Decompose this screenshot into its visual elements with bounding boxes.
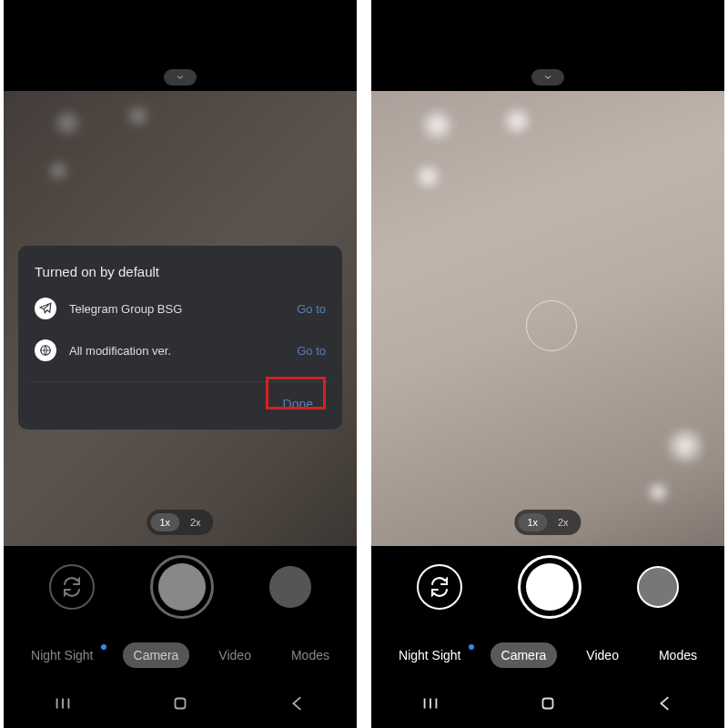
shutter-inner [526,563,573,611]
zoom-2x[interactable]: 2x [181,513,210,531]
mode-selector: Night Sight Camera Video Modes [4,628,357,682]
globe-icon [35,339,56,361]
mode-video[interactable]: Video [575,642,630,668]
dialog-title: Turned on by default [35,264,326,279]
zoom-control[interactable]: 1x 2x [147,510,213,535]
lens-flare [644,482,672,502]
phone-right: 1x 2x Night Sight Camera Video Modes [371,0,724,728]
mode-camera[interactable]: Camera [490,642,558,668]
dialog-row-mods[interactable]: All modification ver. Go to [35,339,326,361]
settings-dialog: Turned on by default Telegram Group BSG … [18,246,342,430]
mode-modes[interactable]: Modes [280,642,340,668]
svg-rect-2 [542,699,552,709]
shutter-button[interactable] [150,555,214,619]
svg-rect-1 [175,699,185,709]
gallery-thumbnail[interactable] [269,566,311,608]
viewfinder[interactable]: Turned on by default Telegram Group BSG … [4,91,357,546]
viewfinder[interactable]: 1x 2x [371,91,724,546]
dialog-row-label: All modification ver. [69,344,284,358]
divider [31,381,329,382]
goto-link[interactable]: Go to [297,344,326,358]
phone-left: Turned on by default Telegram Group BSG … [4,0,357,728]
lens-flare [417,109,458,141]
dialog-row-label: Telegram Group BSG [69,302,284,316]
switch-camera-button[interactable] [49,564,95,610]
expand-handle[interactable] [164,69,197,86]
lens-flare [122,105,154,127]
lens-flare [49,109,86,136]
camera-controls [4,546,357,628]
mode-camera[interactable]: Camera [123,642,190,668]
mode-night-sight[interactable]: Night Sight [388,642,471,668]
telegram-icon [35,298,56,319]
dialog-row-telegram[interactable]: Telegram Group BSG Go to [35,298,326,319]
home-button[interactable] [538,693,558,717]
lens-flare [662,428,708,464]
home-button[interactable] [170,693,190,717]
mode-modes[interactable]: Modes [648,642,708,668]
mode-video[interactable]: Video [207,642,262,668]
zoom-2x[interactable]: 2x [549,513,578,531]
expand-handle[interactable] [531,69,564,86]
goto-link[interactable]: Go to [297,302,326,316]
zoom-1x[interactable]: 1x [518,513,547,531]
focus-ring [526,300,577,351]
camera-controls [371,546,724,628]
notification-dot [469,644,474,650]
lens-flare [499,107,535,135]
notification-dot [101,644,106,650]
zoom-control[interactable]: 1x 2x [514,510,581,535]
lens-flare [45,159,72,182]
top-bar [371,0,724,91]
gallery-thumbnail[interactable] [637,566,679,608]
android-navbar [371,682,724,728]
done-button[interactable]: Done [270,391,326,417]
mode-night-sight[interactable]: Night Sight [20,642,104,668]
mode-selector: Night Sight Camera Video Modes [371,628,724,682]
recents-button[interactable] [53,693,73,717]
back-button[interactable] [288,693,308,717]
shutter-button[interactable] [518,555,581,619]
shutter-inner [158,563,206,611]
zoom-1x[interactable]: 1x [150,513,179,531]
back-button[interactable] [655,693,675,717]
android-navbar [4,682,357,728]
top-bar [4,0,357,91]
switch-camera-button[interactable] [417,564,462,610]
lens-flare [412,164,444,189]
recents-button[interactable] [420,693,440,717]
